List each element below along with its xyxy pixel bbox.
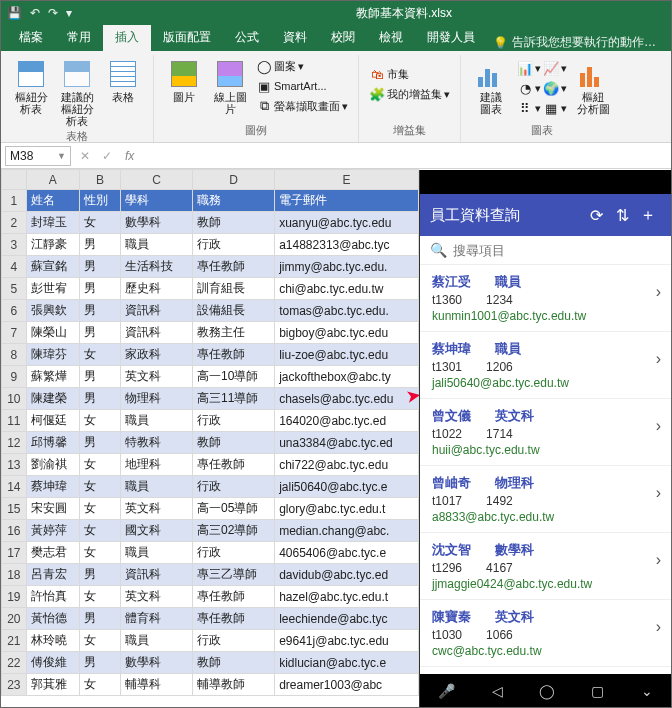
fx-icon[interactable]: fx [121, 149, 138, 163]
cell[interactable]: 許怡真 [26, 586, 79, 608]
cell[interactable]: 職員 [121, 234, 193, 256]
cell[interactable]: 呂青宏 [26, 564, 79, 586]
cell[interactable]: a14882313@abc.tyc [275, 234, 419, 256]
cell[interactable]: 女 [80, 674, 121, 696]
cell[interactable]: 高三02導師 [193, 520, 275, 542]
cell[interactable]: 張興欽 [26, 300, 79, 322]
tab-layout[interactable]: 版面配置 [151, 24, 223, 51]
row-header[interactable]: 4 [2, 256, 27, 278]
cell[interactable]: leechiende@abc.tyc [275, 608, 419, 630]
pictures-button[interactable]: 圖片 [162, 57, 206, 105]
list-item[interactable]: 陳寶秦英文科t10301066cwc@abc.tyc.edu.tw› [420, 600, 671, 667]
nav-recent-icon[interactable]: ▢ [591, 683, 604, 699]
table-button[interactable]: 表格 [101, 57, 145, 105]
cell[interactable]: 劉渝褀 [26, 454, 79, 476]
cell[interactable]: chasels@abc.tyc.edu [275, 388, 419, 410]
cell[interactable]: una3384@abc.tyc.ed [275, 432, 419, 454]
cell[interactable]: 女 [80, 344, 121, 366]
cell[interactable]: 歷史科 [121, 278, 193, 300]
cell[interactable]: 女 [80, 410, 121, 432]
cell[interactable]: 樊志君 [26, 542, 79, 564]
cell[interactable]: 行政 [193, 410, 275, 432]
cell[interactable]: 陳榮山 [26, 322, 79, 344]
cell[interactable]: 高一05導師 [193, 498, 275, 520]
cell[interactable]: 專三乙導師 [193, 564, 275, 586]
cell[interactable]: 蔡坤瑋 [26, 476, 79, 498]
cell[interactable]: 數學科 [121, 652, 193, 674]
cell[interactable]: median.chang@abc. [275, 520, 419, 542]
row-header[interactable]: 20 [2, 608, 27, 630]
cell[interactable]: 資訊科 [121, 322, 193, 344]
row-header[interactable]: 1 [2, 190, 27, 212]
list-item[interactable]: 曾文儀英文科t10221714huii@abc.tyc.edu.tw› [420, 399, 671, 466]
row-header[interactable]: 22 [2, 652, 27, 674]
cell[interactable]: 性別 [80, 190, 121, 212]
row-header[interactable]: 5 [2, 278, 27, 300]
cell[interactable]: 男 [80, 388, 121, 410]
cell[interactable]: 女 [80, 586, 121, 608]
row-header[interactable]: 18 [2, 564, 27, 586]
add-icon[interactable]: ＋ [635, 205, 661, 226]
tab-formulas[interactable]: 公式 [223, 24, 271, 51]
row-header[interactable]: 6 [2, 300, 27, 322]
recommended-pivot-button[interactable]: 建議的樞紐分析表 [55, 57, 99, 129]
cell[interactable]: 黃婷萍 [26, 520, 79, 542]
cell[interactable]: tomas@abc.tyc.edu. [275, 300, 419, 322]
list-item[interactable]: 曾岫奇物理科t10171492a8833@abc.tyc.edu.tw› [420, 466, 671, 533]
cell[interactable]: 女 [80, 630, 121, 652]
col-header[interactable]: B [80, 170, 121, 190]
cell[interactable]: 教務主任 [193, 322, 275, 344]
cell[interactable]: chi722@abc.tyc.edu [275, 454, 419, 476]
cancel-icon[interactable]: ✕ [77, 149, 93, 163]
cell[interactable]: 高一10導師 [193, 366, 275, 388]
cell[interactable]: 女 [80, 476, 121, 498]
cell[interactable]: xuanyu@abc.tyc.edu [275, 212, 419, 234]
cell[interactable]: 郭萁雅 [26, 674, 79, 696]
row-header[interactable]: 8 [2, 344, 27, 366]
formula-input[interactable] [144, 149, 667, 163]
cell[interactable]: 男 [80, 278, 121, 300]
cell[interactable]: e9641j@abc.tyc.edu [275, 630, 419, 652]
cell[interactable]: 教師 [193, 432, 275, 454]
cell[interactable]: 英文科 [121, 498, 193, 520]
nav-menu-icon[interactable]: ⌄ [641, 683, 653, 699]
list-item[interactable]: 蔡江受職員t13601234kunmin1001@abc.tyc.edu.tw› [420, 265, 671, 332]
select-all-corner[interactable] [2, 170, 27, 190]
cell[interactable]: chi@abc.tyc.edu.tw [275, 278, 419, 300]
cell[interactable]: 物理科 [121, 388, 193, 410]
cell[interactable]: 專任教師 [193, 586, 275, 608]
cell[interactable]: hazel@abc.tyc.edu.t [275, 586, 419, 608]
tab-developer[interactable]: 開發人員 [415, 24, 487, 51]
cell[interactable]: 男 [80, 366, 121, 388]
row-header[interactable]: 19 [2, 586, 27, 608]
sort-icon[interactable]: ⇅ [609, 206, 635, 225]
cell[interactable]: jali50640@abc.tyc.e [275, 476, 419, 498]
row-header[interactable]: 14 [2, 476, 27, 498]
cell[interactable]: 女 [80, 542, 121, 564]
col-header[interactable]: C [121, 170, 193, 190]
cell[interactable]: 行政 [193, 630, 275, 652]
cell[interactable]: 黃怡德 [26, 608, 79, 630]
save-icon[interactable]: 💾 [7, 6, 22, 20]
cell[interactable]: 林玲曉 [26, 630, 79, 652]
cell[interactable]: 封瑋玉 [26, 212, 79, 234]
cell[interactable]: jimmy@abc.tyc.edu. [275, 256, 419, 278]
online-pictures-button[interactable]: 線上圖片 [208, 57, 252, 117]
cell[interactable]: 女 [80, 520, 121, 542]
cell[interactable]: 訓育組長 [193, 278, 275, 300]
cell[interactable]: jackofthebox@abc.ty [275, 366, 419, 388]
cell[interactable]: davidub@abc.tyc.ed [275, 564, 419, 586]
cell[interactable]: 職員 [121, 476, 193, 498]
nav-home-icon[interactable]: ◯ [539, 683, 555, 699]
col-header[interactable]: D [193, 170, 275, 190]
cell[interactable]: kidlucian@abc.tyc.e [275, 652, 419, 674]
row-header[interactable]: 3 [2, 234, 27, 256]
cell[interactable]: 男 [80, 256, 121, 278]
qat-dropdown-icon[interactable]: ▾ [66, 6, 72, 20]
cell[interactable]: 資訊科 [121, 300, 193, 322]
list-item[interactable]: 沈文智數學科t12964167jjmaggie0424@abc.tyc.edu.… [420, 533, 671, 600]
row-header[interactable]: 13 [2, 454, 27, 476]
redo-icon[interactable]: ↷ [48, 6, 58, 20]
cell[interactable]: 男 [80, 300, 121, 322]
cell[interactable]: 教師 [193, 212, 275, 234]
